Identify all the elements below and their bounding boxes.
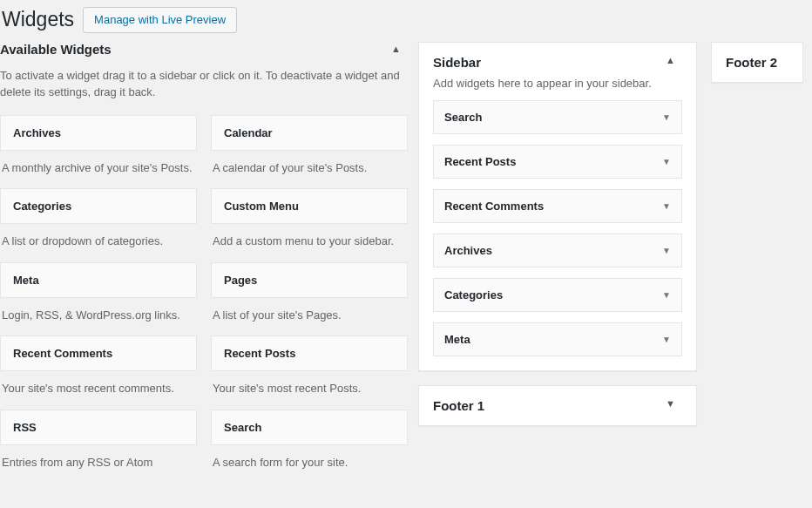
placed-widget-label: Recent Comments [444,200,544,213]
chevron-down-icon: ▼ [662,246,671,255]
chevron-down-icon: ▼ [662,201,671,211]
chevron-down-icon: ▼ [662,290,671,300]
widget-desc: A calendar of your site's Posts. [211,151,408,189]
widget-area-title: Footer 2 [726,55,777,70]
available-widget-rss[interactable]: RSS [0,410,197,445]
chevron-down-icon: ▼ [662,112,671,122]
widget-desc: Your site's most recent comments. [0,371,197,410]
widget-desc: Login, RSS, & WordPress.org links. [0,298,197,336]
available-widget-archives[interactable]: Archives [0,115,197,151]
widget-desc: Entries from any RSS or Atom [0,445,197,484]
chevron-down-icon: ▼ [662,157,671,166]
widget-area-title: Sidebar [433,55,481,70]
placed-widget-archives[interactable]: Archives ▼ [433,234,682,268]
chevron-down-icon: ▼ [666,398,682,409]
widget-desc: A list of your site's Pages. [211,298,408,336]
placed-widget-search[interactable]: Search ▼ [433,100,682,134]
widget-desc: A search form for your site. [211,445,408,484]
available-widgets-header[interactable]: Available Widgets ▲ [0,42,408,60]
chevron-down-icon: ▼ [662,335,671,344]
available-widget-recent-posts[interactable]: Recent Posts [211,335,408,371]
available-widget-recent-comments[interactable]: Recent Comments [0,335,197,371]
widget-area-sidebar-header[interactable]: Sidebar ▲ [419,43,696,70]
widget-area-title: Footer 1 [433,398,484,413]
widget-desc: Your site's most recent Posts. [211,371,408,410]
placed-widget-label: Categories [444,288,503,301]
placed-widget-categories[interactable]: Categories ▼ [433,278,682,312]
available-widget-meta[interactable]: Meta [0,262,197,298]
widget-area-footer1: Footer 1 ▼ [418,385,697,426]
widget-desc: Add a custom menu to your sidebar. [211,224,408,262]
widget-area-desc: Add widgets here to appear in your sideb… [419,70,696,100]
widget-desc: A monthly archive of your site's Posts. [0,151,197,189]
page-title: Widgets [2,8,74,31]
available-widget-pages[interactable]: Pages [211,262,408,298]
available-widget-search[interactable]: Search [211,410,408,445]
placed-widget-label: Recent Posts [444,155,516,168]
placed-widget-label: Search [444,111,482,124]
available-widget-custom-menu[interactable]: Custom Menu [211,188,408,224]
widget-desc: A list or dropdown of categories. [0,224,197,262]
widget-area-sidebar: Sidebar ▲ Add widgets here to appear in … [418,42,697,371]
available-widgets-title: Available Widgets [0,42,112,57]
widget-area-footer2: Footer 2 [711,42,803,83]
available-widget-categories[interactable]: Categories [0,188,197,224]
available-widgets-description: To activate a widget drag it to a sideba… [0,67,408,101]
placed-widget-label: Archives [444,244,492,257]
manage-live-preview-button[interactable]: Manage with Live Preview [83,7,237,33]
collapse-icon: ▲ [666,55,682,65]
widget-area-footer2-header[interactable]: Footer 2 [712,43,802,82]
placed-widget-recent-posts[interactable]: Recent Posts ▼ [433,145,682,179]
placed-widget-meta[interactable]: Meta ▼ [433,322,682,356]
placed-widget-recent-comments[interactable]: Recent Comments ▼ [433,189,682,223]
widget-area-footer1-header[interactable]: Footer 1 ▼ [419,386,696,425]
placed-widget-label: Meta [444,333,470,346]
collapse-icon: ▲ [391,44,408,54]
available-widget-calendar[interactable]: Calendar [211,115,408,151]
